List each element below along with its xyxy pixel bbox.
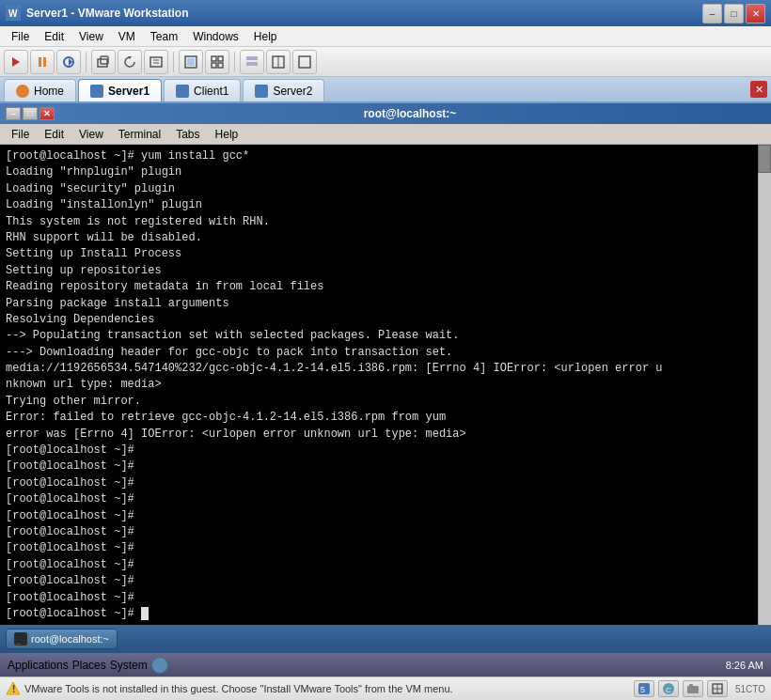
terminal-close-button[interactable]: ✕ [39,107,55,120]
power-on-button[interactable] [4,50,28,74]
svg-rect-33 [689,684,693,687]
terminal-maximize-button[interactable]: □ [23,107,38,120]
main-content: – □ ✕ root@localhost:~ File Edit View Te… [0,103,771,700]
maximize-button[interactable]: □ [724,4,744,23]
svg-rect-17 [212,63,216,68]
vmware-menubar: File Edit View VM Team Windows Help [0,26,771,47]
taskbar-terminal-label: root@localhost:~ [31,633,109,645]
svg-text:W: W [8,8,18,19]
terminal-menubar: File Edit View Terminal Tabs Help [0,124,771,145]
app-title: Server1 - VMware Workstation [26,7,702,20]
client-icon [176,85,189,98]
vmware-title-bar: W Server1 - VMware Workstation – □ ✕ [0,0,771,26]
terminal-menu-edit[interactable]: Edit [37,126,71,143]
taskbar-area: _ root@localhost:~ [0,625,771,653]
manage-snapshots-button[interactable] [144,50,168,74]
taskbar-terminal-button[interactable]: _ root@localhost:~ [6,629,118,649]
tab-home[interactable]: Home [4,79,76,101]
svg-rect-14 [187,58,195,66]
tab-server2[interactable]: Server2 [243,79,324,101]
unity-mode-button[interactable] [205,50,229,74]
terminal-wrapper: – □ ✕ root@localhost:~ File Edit View Te… [0,103,771,700]
terminal-scrollbar[interactable] [758,145,771,625]
svg-rect-23 [299,56,310,68]
revert-button[interactable] [118,50,142,74]
status-btn-2[interactable]: C [658,680,679,697]
gnome-places[interactable]: Places [72,659,106,672]
menu-windows[interactable]: Windows [185,28,246,45]
logo-watermark: 51CTO [735,684,765,694]
terminal-menu-view[interactable]: View [71,126,111,143]
tab-client1-label: Client1 [194,85,228,98]
network-globe-icon[interactable] [151,657,168,674]
tab-server1[interactable]: Server1 [78,79,162,101]
terminal-cursor [141,607,149,620]
terminal-minimize-button[interactable]: – [6,107,21,120]
minimize-button[interactable]: – [702,4,722,23]
tab-client1[interactable]: Client1 [164,79,241,101]
tab-bar-close-button[interactable]: ✕ [750,81,767,98]
svg-text:!: ! [12,684,15,694]
status-text: VMware Tools is not installed in this gu… [24,683,630,694]
server2-icon [255,85,268,98]
terminal-menu-file[interactable]: File [4,126,37,143]
toolbar-separator-1 [86,52,87,72]
menu-view[interactable]: View [71,28,111,45]
close-button[interactable]: ✕ [746,4,765,23]
status-bar: ! VMware Tools is not installed in this … [0,677,771,700]
tab-home-label: Home [34,85,64,98]
system-clock: 8:26 AM [726,660,763,671]
terminal-screen[interactable]: [root@localhost ~]# yum install gcc* Loa… [0,145,771,625]
status-btn-4[interactable] [707,680,728,697]
svg-rect-4 [43,57,46,67]
menu-team[interactable]: Team [143,28,185,45]
title-controls: – □ ✕ [702,4,765,23]
pause-button[interactable] [30,50,55,74]
status-btn-1[interactable]: 5 [634,680,654,697]
svg-rect-15 [212,56,216,61]
terminal-title-bar: – □ ✕ root@localhost:~ [0,103,771,124]
svg-marker-2 [12,57,20,67]
home-icon [16,85,29,98]
menu-vm[interactable]: VM [111,28,143,45]
tab-server1-label: Server1 [108,85,149,98]
svg-rect-7 [98,59,107,67]
svg-rect-10 [150,57,162,67]
status-right-area: 5 C 51CTO [634,680,765,697]
menu-file[interactable]: File [4,28,37,45]
svg-rect-18 [218,63,223,68]
tab-server2-label: Server2 [273,85,312,98]
warning-icon: ! [6,681,21,696]
svg-rect-16 [218,56,223,61]
gnome-system[interactable]: System [110,659,148,672]
snapshot-button[interactable] [91,50,116,74]
terminal-menu-help[interactable]: Help [208,126,246,143]
view-button-2[interactable] [266,50,291,74]
svg-rect-19 [246,56,258,60]
menu-help[interactable]: Help [246,28,285,45]
status-btn-3[interactable] [683,680,703,697]
gnome-applications[interactable]: Applications [8,659,69,672]
svg-text:5: 5 [640,685,645,694]
reset-button[interactable] [56,50,81,74]
view-button-1[interactable] [240,50,264,74]
terminal-title-controls: – □ ✕ [6,107,55,120]
terminal-menu-tabs[interactable]: Tabs [168,126,207,143]
terminal-title: root@localhost:~ [55,107,765,120]
terminal-scrollbar-thumb[interactable] [758,145,771,173]
svg-text:C: C [666,686,671,694]
tab-bar: Home Server1 Client1 Server2 ✕ [0,77,771,103]
full-screen-button[interactable] [179,50,203,74]
svg-text:_: _ [16,635,22,645]
toolbar-separator-3 [234,52,235,72]
menu-edit[interactable]: Edit [37,28,71,45]
view-button-3[interactable] [292,50,317,74]
server-icon [90,85,103,98]
toolbar [0,47,771,77]
terminal-taskbar-icon: _ [14,632,27,646]
vmware-icon: W [6,6,21,21]
svg-rect-20 [246,62,258,66]
terminal-menu-terminal[interactable]: Terminal [111,126,168,143]
svg-rect-3 [39,57,41,67]
svg-rect-32 [687,686,699,693]
